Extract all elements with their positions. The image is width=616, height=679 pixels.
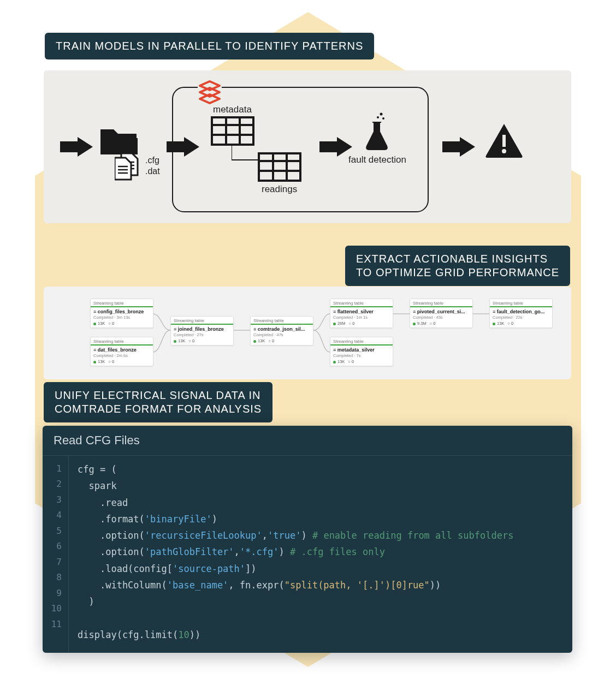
node-completed: Completed · 3m 13s (91, 315, 153, 320)
flask-icon (365, 112, 389, 150)
connector-line (232, 144, 259, 176)
file-ext-dat: .dat (145, 166, 160, 176)
node-title: ≡ metadata_silver (330, 347, 393, 353)
badge-right: EXTRACT ACTIONABLE INSIGHTS TO OPTIMIZE … (345, 246, 570, 286)
arrow-right-icon (60, 137, 93, 157)
code-gutter: 1234567891011 (43, 456, 69, 653)
svg-point-17 (380, 113, 383, 116)
node-completed: Completed · 27s (171, 332, 233, 337)
svg-marker-20 (442, 137, 475, 157)
code-title: Read CFG Files (43, 426, 572, 456)
node-completed: Completed · 7s (330, 353, 393, 358)
node-metrics: 13K○ 0 (91, 320, 153, 326)
node-metrics: 13K○ 0 (251, 337, 313, 343)
table-icon (258, 152, 301, 185)
databricks-logo-icon (198, 80, 222, 104)
file-ext-cfg: .cfg (145, 156, 159, 165)
svg-rect-6 (212, 117, 253, 145)
node-statusbar (330, 306, 393, 307)
pipeline-node-fault[interactable]: Streaming table≡ fault_detection_go...Co… (489, 299, 553, 328)
svg-point-18 (377, 116, 379, 118)
node-statusbar (91, 306, 153, 307)
pipeline-node-flat[interactable]: Streaming table≡ flattened_silverComplet… (330, 299, 393, 328)
node-title: ≡ fault_detection_go... (490, 309, 552, 315)
document-icon (115, 151, 144, 181)
badge-mid: UNIFY ELECTRICAL SIGNAL DATA IN COMTRADE… (44, 382, 273, 422)
node-title: ≡ config_files_bronze (91, 309, 153, 315)
node-statusbar (251, 324, 313, 325)
pipeline-node-pivot[interactable]: Streaming table≡ pivoted_current_si...Co… (410, 299, 473, 328)
node-title: ≡ flattened_silver (330, 309, 393, 315)
node-metrics: 13K○ 0 (490, 320, 552, 326)
node-title: ≡ dat_files_bronze (91, 347, 153, 353)
node-statusbar (410, 306, 472, 307)
node-statusbar (171, 324, 233, 325)
node-completed: Completed · 1m 1s (330, 315, 393, 320)
node-metrics: 26M○ 0 (330, 320, 393, 326)
pipeline-node-json[interactable]: Streaming table≡ comtrade_json_sil...Com… (250, 316, 313, 346)
node-type: Streaming table (330, 299, 393, 306)
node-type: Streaming table (251, 317, 313, 324)
pipeline-node-cfg[interactable]: Streaming table≡ config_files_bronzeComp… (90, 299, 153, 328)
node-type: Streaming table (91, 299, 153, 306)
content: TRAIN MODELS IN PARALLEL TO IDENTIFY PAT… (0, 33, 616, 223)
readings-label: readings (262, 184, 297, 195)
node-metrics: 13K○ 0 (330, 358, 393, 364)
node-metrics: 13K○ 0 (91, 358, 153, 364)
code-lines: cfg = ( spark .read .format('binaryFile'… (69, 456, 522, 653)
node-type: Streaming table (410, 299, 472, 306)
svg-marker-0 (60, 137, 93, 157)
node-completed: Completed · 22s (490, 315, 552, 320)
node-type: Streaming table (91, 337, 153, 344)
node-completed: Completed · 47s (251, 332, 313, 337)
node-metrics: 9.3M○ 0 (410, 320, 472, 326)
node-completed: Completed · 43s (410, 315, 472, 320)
node-title: ≡ comtrade_json_sil... (251, 326, 313, 332)
node-completed: Completed · 2m 6s (91, 353, 153, 358)
metadata-label: metadata (213, 104, 252, 115)
files-group: .cfg .dat (115, 151, 144, 183)
code-body: 1234567891011 cfg = ( spark .read .forma… (43, 456, 572, 653)
node-type: Streaming table (490, 299, 552, 306)
svg-rect-21 (502, 135, 506, 147)
node-statusbar (490, 306, 552, 307)
arrow-right-icon (442, 137, 475, 157)
node-title: ≡ pivoted_current_si... (410, 309, 472, 315)
pipeline-node-dat[interactable]: Streaming table≡ dat_files_bronzeComplet… (90, 337, 153, 366)
node-title: ≡ joined_files_bronze (171, 326, 233, 332)
svg-marker-16 (319, 137, 352, 157)
fault-label: fault detection (348, 154, 406, 165)
node-statusbar (91, 344, 153, 346)
pipeline-panel: Streaming table≡ config_files_bronzeComp… (44, 287, 571, 379)
arrow-right-icon (319, 137, 352, 157)
svg-point-22 (502, 149, 506, 153)
node-type: Streaming table (171, 317, 233, 324)
pipeline-node-joined[interactable]: Streaming table≡ joined_files_bronzeComp… (170, 316, 234, 346)
alert-triangle-icon (485, 123, 523, 158)
pipeline-node-meta[interactable]: Streaming table≡ metadata_silverComplete… (330, 337, 393, 366)
node-type: Streaming table (330, 337, 393, 344)
pipeline-box (172, 87, 429, 212)
badge-top: TRAIN MODELS IN PARALLEL TO IDENTIFY PAT… (45, 33, 374, 59)
node-metrics: 13K○ 0 (171, 337, 233, 343)
svg-rect-11 (259, 153, 300, 181)
code-panel: Read CFG Files 1234567891011 cfg = ( spa… (43, 426, 572, 653)
diagram-panel: .cfg .dat metadata (44, 70, 571, 223)
node-statusbar (330, 344, 393, 346)
svg-point-19 (382, 117, 384, 120)
